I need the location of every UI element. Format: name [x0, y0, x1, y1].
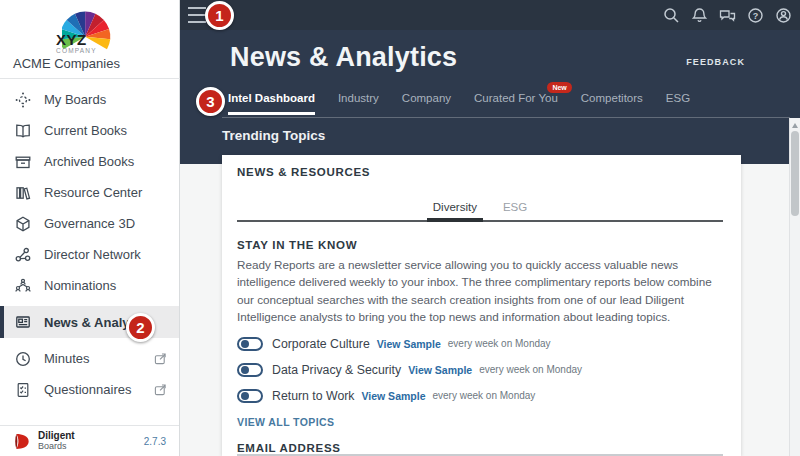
- tab-industry[interactable]: Industry: [338, 92, 379, 115]
- sidebar-item-my-boards[interactable]: My Boards: [0, 84, 179, 115]
- topic-label: Return to Work: [272, 389, 354, 403]
- library-books-icon: [14, 184, 32, 202]
- view-all-topics-link[interactable]: VIEW ALL TOPICS: [237, 416, 334, 428]
- tab-esg[interactable]: ESG: [666, 92, 690, 115]
- archive-box-icon: [14, 153, 32, 171]
- topic-label: Corporate Culture: [272, 337, 370, 351]
- toggle-knob: [241, 366, 249, 374]
- topic-row-corporate-culture: Corporate Culture View Sample every week…: [237, 336, 582, 351]
- sidebar-item-label: Director Network: [44, 247, 141, 262]
- checklist-icon: [14, 381, 32, 399]
- sidebar-footer: Diligent Boards 2.7.3: [0, 425, 179, 456]
- network-nodes-icon: [14, 246, 32, 264]
- topic-row-return-to-work: Return to Work View Sample every week on…: [237, 388, 582, 403]
- annotation-badge-1: 1: [205, 1, 234, 30]
- tab-label: Curated For You: [474, 92, 558, 104]
- account-name: ACME Companies: [13, 56, 120, 71]
- news-resources-heading: NEWS & RESOURCES: [237, 166, 370, 178]
- sidebar-item-archived-books[interactable]: Archived Books: [0, 146, 179, 177]
- header-tabs: Intel Dashboard Industry Company Curated…: [228, 92, 690, 115]
- logo-subtext: COMPANY: [56, 47, 97, 54]
- boards-icon: [14, 91, 32, 109]
- app-window: XYZ COMPANY ACME Companies My Boards: [0, 0, 800, 456]
- tab-intel-dashboard[interactable]: Intel Dashboard: [228, 92, 315, 115]
- sidebar-item-governance-3d[interactable]: Governance 3D: [0, 208, 179, 239]
- logo-text: XYZ: [56, 31, 87, 48]
- page-header: News & Analytics FEEDBACK Intel Dashboar…: [180, 30, 800, 164]
- chat-bubbles-icon[interactable]: [718, 6, 737, 25]
- card-tab-diversity[interactable]: Diversity: [433, 194, 477, 220]
- sidebar-item-label: Archived Books: [44, 154, 134, 169]
- search-icon[interactable]: [662, 6, 681, 25]
- topbar: ?: [180, 0, 800, 30]
- brand-name: Diligent: [38, 431, 75, 441]
- sidebar-item-label: Current Books: [44, 123, 127, 138]
- tab-competitors[interactable]: Competitors: [581, 92, 643, 115]
- topics-list: Corporate Culture View Sample every week…: [237, 336, 582, 414]
- topbar-icons: ?: [662, 6, 800, 25]
- annotation-badge-3: 3: [196, 87, 225, 116]
- sidebar-item-label: Governance 3D: [44, 216, 135, 231]
- sidebar-item-label: Nominations: [44, 278, 116, 293]
- tab-curated-for-you[interactable]: Curated For You New: [474, 92, 558, 115]
- external-link-icon: [154, 352, 167, 365]
- topic-toggle[interactable]: [237, 363, 263, 377]
- sidebar-item-label: Minutes: [44, 351, 90, 366]
- app-version: 2.7.3: [144, 436, 166, 447]
- view-sample-link[interactable]: View Sample: [408, 364, 472, 376]
- clock-icon: [14, 350, 32, 368]
- tab-company[interactable]: Company: [402, 92, 451, 115]
- feedback-button[interactable]: FEEDBACK: [686, 57, 745, 67]
- sidebar-item-nominations[interactable]: Nominations: [0, 270, 179, 301]
- sidebar-item-label: My Boards: [44, 92, 106, 107]
- email-address-heading: EMAIL ADDRESS: [237, 442, 341, 454]
- card-tab-esg[interactable]: ESG: [503, 194, 527, 220]
- topic-row-data-privacy: Data Privacy & Security View Sample ever…: [237, 362, 582, 377]
- svg-text:?: ?: [753, 10, 759, 20]
- sidebar-item-minutes[interactable]: Minutes: [0, 343, 179, 374]
- sidebar-item-label: Questionnaires: [44, 382, 131, 397]
- topic-toggle[interactable]: [237, 389, 263, 403]
- brand-sub: Boards: [38, 442, 75, 451]
- sidebar-divider: [0, 78, 180, 79]
- page-title: News & Analytics: [230, 42, 457, 73]
- ready-reports-description: Ready Reports are a newsletter service a…: [237, 256, 724, 325]
- topic-schedule: every week on Monday: [448, 338, 551, 349]
- external-link-icon: [154, 383, 167, 396]
- open-book-icon: [14, 122, 32, 140]
- topic-toggle[interactable]: [237, 337, 263, 351]
- trending-topics-title: Trending Topics: [222, 128, 325, 143]
- brand-text: Diligent Boards: [38, 431, 75, 451]
- help-icon[interactable]: ?: [746, 6, 765, 25]
- cube-icon: [14, 215, 32, 233]
- tabs-divider: [222, 117, 790, 118]
- people-network-icon: [14, 277, 32, 295]
- new-badge: New: [547, 82, 571, 93]
- annotation-badge-2: 2: [126, 313, 155, 342]
- topic-schedule: every week on Monday: [479, 364, 582, 375]
- card-tabs: Diversity ESG: [237, 194, 723, 222]
- view-sample-link[interactable]: View Sample: [377, 338, 441, 350]
- sidebar-item-questionnaires[interactable]: Questionnaires: [0, 374, 179, 405]
- scrollbar-thumb[interactable]: [791, 131, 799, 216]
- sidebar-item-resource-center[interactable]: Resource Center: [0, 177, 179, 208]
- toggle-knob: [241, 340, 249, 348]
- topic-label: Data Privacy & Security: [272, 363, 401, 377]
- diligent-logo-icon: [13, 432, 32, 451]
- sidebar-item-current-books[interactable]: Current Books: [0, 115, 179, 146]
- newspaper-icon: [14, 313, 32, 331]
- sidebar: XYZ COMPANY ACME Companies My Boards: [0, 0, 180, 456]
- topic-schedule: every week on Monday: [432, 390, 535, 401]
- scrollbar-up-arrow-icon[interactable]: [792, 123, 798, 128]
- notifications-bell-icon[interactable]: [690, 6, 709, 25]
- sidebar-item-director-network[interactable]: Director Network: [0, 239, 179, 270]
- vertical-scrollbar[interactable]: [789, 118, 800, 456]
- view-sample-link[interactable]: View Sample: [361, 390, 425, 402]
- sidebar-item-label: Resource Center: [44, 185, 142, 200]
- toggle-knob: [241, 392, 249, 400]
- profile-icon[interactable]: [774, 6, 793, 25]
- stay-in-the-know-heading: STAY IN THE KNOW: [237, 239, 357, 251]
- sidebar-nav: My Boards Current Books: [0, 84, 179, 405]
- news-resources-card: NEWS & RESOURCES Diversity ESG STAY IN T…: [222, 155, 741, 456]
